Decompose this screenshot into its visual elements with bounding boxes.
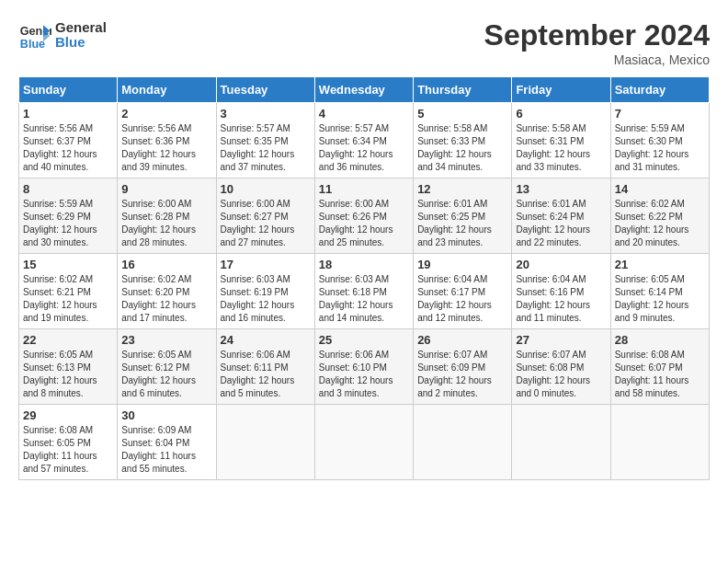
calendar-cell: 5Sunrise: 5:58 AMSunset: 6:33 PMDaylight… [414, 103, 512, 178]
day-info: Sunrise: 6:02 AMSunset: 6:21 PMDaylight:… [23, 273, 113, 325]
calendar-body: 1Sunrise: 5:56 AMSunset: 6:37 PMDaylight… [19, 103, 710, 480]
weekday-monday: Monday [118, 77, 216, 103]
day-info: Sunrise: 6:04 AMSunset: 6:16 PMDaylight:… [516, 273, 606, 325]
calendar-week-5: 29Sunrise: 6:08 AMSunset: 6:05 PMDayligh… [19, 405, 710, 480]
calendar-cell: 28Sunrise: 6:08 AMSunset: 6:07 PMDayligh… [610, 329, 709, 405]
weekday-friday: Friday [512, 77, 610, 103]
calendar-cell: 25Sunrise: 6:06 AMSunset: 6:10 PMDayligh… [314, 329, 413, 405]
day-number: 15 [23, 258, 113, 271]
day-info: Sunrise: 6:06 AMSunset: 6:10 PMDaylight:… [319, 349, 409, 400]
weekday-header-row: SundayMondayTuesdayWednesdayThursdayFrid… [19, 77, 710, 103]
day-info: Sunrise: 6:05 AMSunset: 6:14 PMDaylight:… [615, 273, 705, 325]
weekday-wednesday: Wednesday [314, 77, 413, 103]
day-number: 22 [23, 333, 113, 347]
page-header: General Blue General Blue September 2024… [18, 18, 710, 67]
weekday-thursday: Thursday [414, 77, 512, 103]
calendar-cell: 14Sunrise: 6:02 AMSunset: 6:22 PMDayligh… [610, 178, 709, 254]
day-info: Sunrise: 5:58 AMSunset: 6:31 PMDaylight:… [516, 122, 606, 174]
day-info: Sunrise: 6:03 AMSunset: 6:19 PMDaylight:… [221, 273, 311, 325]
day-info: Sunrise: 6:00 AMSunset: 6:28 PMDaylight:… [121, 198, 211, 249]
day-info: Sunrise: 6:08 AMSunset: 6:07 PMDaylight:… [615, 349, 705, 400]
calendar-cell: 9Sunrise: 6:00 AMSunset: 6:28 PMDaylight… [118, 178, 216, 254]
calendar-table: SundayMondayTuesdayWednesdayThursdayFrid… [18, 76, 710, 480]
day-info: Sunrise: 6:03 AMSunset: 6:18 PMDaylight:… [319, 273, 409, 325]
svg-text:Blue: Blue [20, 38, 45, 51]
calendar-cell: 8Sunrise: 5:59 AMSunset: 6:29 PMDaylight… [19, 178, 118, 254]
day-number: 7 [615, 107, 705, 121]
calendar-cell [314, 405, 413, 480]
logo-line1: General [55, 20, 107, 36]
calendar-cell [512, 405, 610, 480]
calendar-cell: 27Sunrise: 6:07 AMSunset: 6:08 PMDayligh… [512, 329, 610, 405]
day-number: 12 [417, 182, 507, 196]
calendar-week-4: 22Sunrise: 6:05 AMSunset: 6:13 PMDayligh… [19, 329, 710, 405]
logo-icon: General Blue [18, 18, 51, 52]
calendar-cell: 29Sunrise: 6:08 AMSunset: 6:05 PMDayligh… [19, 405, 118, 480]
day-info: Sunrise: 6:02 AMSunset: 6:22 PMDaylight:… [615, 198, 705, 249]
weekday-saturday: Saturday [610, 77, 709, 103]
day-info: Sunrise: 6:05 AMSunset: 6:12 PMDaylight:… [121, 349, 211, 400]
day-number: 9 [121, 182, 211, 196]
month-title: September 2024 [484, 18, 710, 52]
day-number: 20 [516, 258, 606, 271]
calendar-cell: 26Sunrise: 6:07 AMSunset: 6:09 PMDayligh… [414, 329, 512, 405]
day-number: 28 [615, 333, 705, 347]
calendar-cell: 11Sunrise: 6:00 AMSunset: 6:26 PMDayligh… [314, 178, 413, 254]
weekday-tuesday: Tuesday [216, 77, 314, 103]
day-number: 19 [417, 258, 507, 271]
day-info: Sunrise: 5:56 AMSunset: 6:37 PMDaylight:… [23, 122, 113, 174]
calendar-cell: 10Sunrise: 6:00 AMSunset: 6:27 PMDayligh… [216, 178, 314, 254]
day-number: 21 [615, 258, 705, 271]
day-info: Sunrise: 6:06 AMSunset: 6:11 PMDaylight:… [221, 349, 311, 400]
day-info: Sunrise: 6:00 AMSunset: 6:27 PMDaylight:… [221, 198, 311, 249]
day-number: 24 [221, 333, 311, 347]
logo-line2: Blue [55, 35, 107, 51]
calendar-cell: 6Sunrise: 5:58 AMSunset: 6:31 PMDaylight… [512, 103, 610, 178]
day-info: Sunrise: 6:04 AMSunset: 6:17 PMDaylight:… [417, 273, 507, 325]
calendar-cell: 16Sunrise: 6:02 AMSunset: 6:20 PMDayligh… [118, 254, 216, 329]
calendar-cell [414, 405, 512, 480]
calendar-cell: 7Sunrise: 5:59 AMSunset: 6:30 PMDaylight… [610, 103, 709, 178]
calendar-cell: 18Sunrise: 6:03 AMSunset: 6:18 PMDayligh… [314, 254, 413, 329]
calendar-week-1: 1Sunrise: 5:56 AMSunset: 6:37 PMDaylight… [19, 103, 710, 178]
calendar-cell: 13Sunrise: 6:01 AMSunset: 6:24 PMDayligh… [512, 178, 610, 254]
weekday-sunday: Sunday [19, 77, 118, 103]
day-info: Sunrise: 6:02 AMSunset: 6:20 PMDaylight:… [121, 273, 211, 325]
day-number: 17 [221, 258, 311, 271]
calendar-cell: 3Sunrise: 5:57 AMSunset: 6:35 PMDaylight… [216, 103, 314, 178]
day-number: 25 [319, 333, 409, 347]
logo: General Blue General Blue [18, 18, 107, 52]
day-info: Sunrise: 6:01 AMSunset: 6:24 PMDaylight:… [516, 198, 606, 249]
day-number: 14 [615, 182, 705, 196]
day-info: Sunrise: 6:00 AMSunset: 6:26 PMDaylight:… [319, 198, 409, 249]
day-info: Sunrise: 6:05 AMSunset: 6:13 PMDaylight:… [23, 349, 113, 400]
day-number: 23 [121, 333, 211, 347]
day-number: 13 [516, 182, 606, 196]
day-number: 11 [319, 182, 409, 196]
location: Masiaca, Mexico [484, 52, 710, 67]
calendar-cell: 12Sunrise: 6:01 AMSunset: 6:25 PMDayligh… [414, 178, 512, 254]
calendar-cell [610, 405, 709, 480]
day-info: Sunrise: 6:01 AMSunset: 6:25 PMDaylight:… [417, 198, 507, 249]
title-section: September 2024 Masiaca, Mexico [484, 18, 710, 67]
day-number: 18 [319, 258, 409, 271]
day-number: 8 [23, 182, 113, 196]
day-info: Sunrise: 5:56 AMSunset: 6:36 PMDaylight:… [121, 122, 211, 174]
day-info: Sunrise: 6:07 AMSunset: 6:08 PMDaylight:… [516, 349, 606, 400]
calendar-cell: 15Sunrise: 6:02 AMSunset: 6:21 PMDayligh… [19, 254, 118, 329]
day-number: 5 [417, 107, 507, 121]
day-info: Sunrise: 6:09 AMSunset: 6:04 PMDaylight:… [121, 424, 211, 476]
calendar-cell: 20Sunrise: 6:04 AMSunset: 6:16 PMDayligh… [512, 254, 610, 329]
day-info: Sunrise: 5:58 AMSunset: 6:33 PMDaylight:… [417, 122, 507, 174]
day-number: 29 [23, 408, 113, 422]
calendar-cell: 4Sunrise: 5:57 AMSunset: 6:34 PMDaylight… [314, 103, 413, 178]
day-number: 2 [121, 107, 211, 121]
day-number: 27 [516, 333, 606, 347]
day-number: 3 [221, 107, 311, 121]
day-number: 16 [121, 258, 211, 271]
calendar-cell: 23Sunrise: 6:05 AMSunset: 6:12 PMDayligh… [118, 329, 216, 405]
calendar-cell: 22Sunrise: 6:05 AMSunset: 6:13 PMDayligh… [19, 329, 118, 405]
calendar-cell: 1Sunrise: 5:56 AMSunset: 6:37 PMDaylight… [19, 103, 118, 178]
day-info: Sunrise: 5:59 AMSunset: 6:30 PMDaylight:… [615, 122, 705, 174]
day-info: Sunrise: 5:57 AMSunset: 6:34 PMDaylight:… [319, 122, 409, 174]
